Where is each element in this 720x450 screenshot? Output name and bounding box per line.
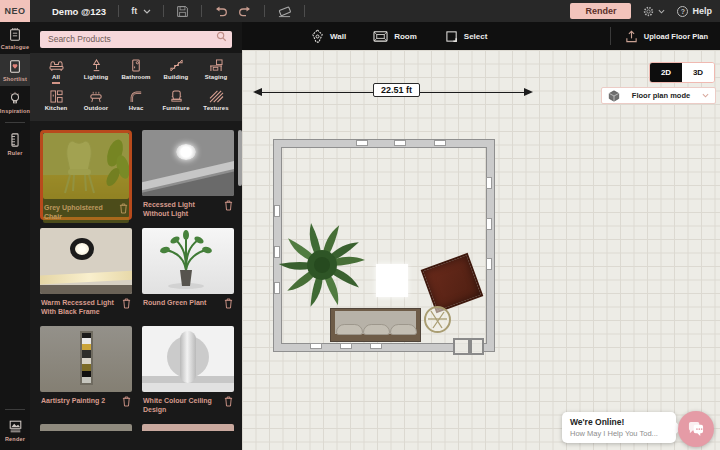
divider [5,122,25,123]
wall-handle[interactable] [394,140,406,146]
redo-icon[interactable] [238,6,252,17]
toggle-3d-button[interactable]: 3D [682,63,714,82]
wall-handle[interactable] [310,343,322,349]
icon-sidebar: Catalogue Shortlist Inspiration Ruler [0,22,30,450]
duct-icon [129,90,144,103]
marquee-select-icon [445,30,459,43]
product-card-partial[interactable] [40,424,132,431]
product-card-partial[interactable] [142,424,234,431]
grill-icon [88,90,104,103]
category-lighting[interactable]: Lighting [76,59,116,84]
shortlist-heart-icon [8,59,22,74]
product-card-aartistry-painting-2[interactable]: Aartistry Painting 2 [40,326,132,416]
category-bathroom[interactable]: Bathroom [116,59,156,84]
decor [40,270,132,285]
stairs-icon [169,59,184,72]
upload-label: Upload Floor Plan [644,32,708,41]
settings-menu[interactable] [643,6,665,17]
category-outdoor[interactable]: Outdoor [76,90,116,113]
delete-icon[interactable] [224,396,233,407]
sidebar-label: Catalogue [1,44,29,50]
category-filter-bar: All Lighting Bathroom Building Staging K… [30,53,242,121]
category-building[interactable]: Building [156,59,196,84]
category-label: Kitchen [45,105,68,113]
sofa-furniture[interactable] [330,308,421,342]
decor [336,324,363,335]
sidebar-item-render[interactable]: Render [0,414,30,446]
chat-bubbles-icon [687,421,705,437]
select-tool[interactable]: Select [445,30,488,43]
search-input[interactable] [40,31,232,48]
chat-button[interactable] [678,411,714,447]
project-title: Demo @123 [52,6,106,17]
product-card-grey-upholstered-chair[interactable]: Grey Upholstered Chair [40,130,132,220]
wall-handle[interactable] [340,343,352,349]
round-chair-furniture[interactable] [424,306,451,333]
wall-handle[interactable] [486,177,492,189]
door-element[interactable] [453,338,470,355]
help-label: Help [692,6,712,16]
product-card-recessed-light-without-light[interactable]: Recessed Light Without Light [142,130,234,220]
category-label: Hvac [129,105,144,113]
divider [264,5,265,17]
wall-handle[interactable] [274,205,280,217]
product-card-warm-recessed-light[interactable]: Warm Recessed Light With Black Frame [40,228,132,318]
wall-handle[interactable] [486,258,492,270]
product-card-white-ceiling-design[interactable]: White Colour Ceiling Design [142,326,234,416]
floor-plan-mode-dropdown[interactable]: Floor plan mode [601,87,716,104]
upload-icon [625,30,638,43]
sofa-icon [48,59,65,72]
category-textures[interactable]: Textures [196,90,236,113]
plant-furniture[interactable] [278,221,366,309]
drawing-toolbar: Wall Room Select Upload Floor Plan [242,22,720,50]
panel-scrollbar[interactable] [238,130,242,186]
chat-message: How May I Help You Tod... [570,429,668,438]
product-image [40,326,132,392]
delete-icon[interactable] [122,396,131,407]
delete-icon[interactable] [224,298,233,309]
wall-handle[interactable] [356,140,368,146]
decor [70,238,94,260]
decor [390,324,417,335]
help-button[interactable]: ? Help [677,6,712,17]
category-kitchen[interactable]: Kitchen [36,90,76,113]
floor-plan-canvas[interactable]: 22.51 ft 2D 3D Floor plan mode [242,50,720,450]
category-label: Textures [203,105,228,113]
delete-icon[interactable] [119,203,128,214]
product-card-round-green-plant[interactable]: Round Green Plant [142,228,234,318]
wall-handle[interactable] [434,140,446,146]
category-all[interactable]: All [36,59,76,84]
chevron-down-icon [143,9,151,14]
sidebar-item-catalogue[interactable]: Catalogue [0,22,30,54]
eraser-icon[interactable] [277,5,292,18]
category-staging[interactable]: Staging [196,59,236,84]
door-element[interactable] [470,338,484,355]
category-label: Building [164,74,189,82]
desk-icon [208,59,224,72]
room-tool[interactable]: Room [372,29,417,43]
white-square-furniture[interactable] [376,264,408,297]
sidebar-item-shortlist[interactable]: Shortlist [0,54,30,86]
sidebar-item-inspiration[interactable]: Inspiration [0,86,30,118]
wall-handle[interactable] [486,218,492,230]
category-furniture[interactable]: Furniture [156,90,196,113]
toggle-2d-button[interactable]: 2D [650,63,682,82]
category-hvac[interactable]: Hvac [116,90,156,113]
upload-floor-plan-button[interactable]: Upload Floor Plan [610,27,708,45]
sidebar-label: Shortlist [3,76,27,82]
chat-popup[interactable]: We're Online! How May I Help You Tod... [562,412,676,443]
decor [40,285,132,294]
sidebar-item-ruler[interactable]: Ruler [0,127,30,160]
lightbulb-icon [8,91,22,106]
save-icon[interactable] [176,5,189,18]
delete-icon[interactable] [224,200,233,211]
unit-selector[interactable]: ft [131,6,151,16]
wall-tool[interactable]: Wall [310,29,346,44]
category-label: Staging [205,74,228,82]
wall-handle[interactable] [370,343,382,349]
delete-icon[interactable] [122,298,131,309]
neo-logo[interactable]: NEO [0,0,30,22]
chevron-down-icon [702,93,709,98]
undo-icon[interactable] [214,6,228,17]
render-button[interactable]: Render [570,3,631,19]
